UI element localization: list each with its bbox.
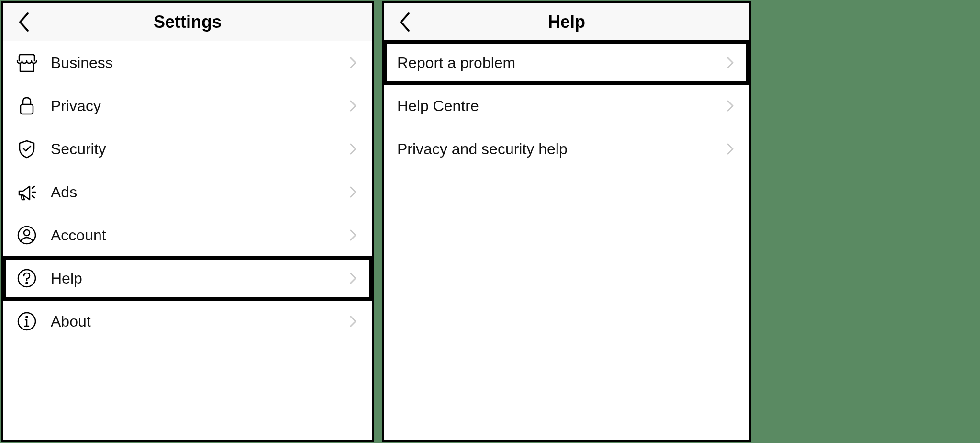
help-header: Help	[384, 3, 749, 41]
svg-point-5	[24, 230, 30, 236]
settings-item-ads[interactable]: Ads	[3, 170, 372, 214]
shield-check-icon	[16, 138, 37, 159]
settings-item-label: Security	[51, 140, 347, 158]
settings-item-security[interactable]: Security	[3, 127, 372, 170]
help-list: Report a problem Help Centre Privacy and…	[384, 41, 749, 440]
page-title: Help	[384, 12, 749, 32]
chevron-right-icon	[724, 100, 736, 112]
megaphone-icon	[16, 182, 37, 203]
help-panel: Help Report a problem Help Centre Privac…	[382, 1, 751, 442]
info-circle-icon	[16, 311, 37, 332]
settings-list: Business Privacy	[3, 41, 372, 440]
settings-item-label: Ads	[51, 183, 347, 201]
svg-point-7	[26, 283, 28, 284]
settings-item-label: About	[51, 313, 347, 330]
chevron-right-icon	[347, 143, 359, 155]
settings-item-business[interactable]: Business	[3, 41, 372, 84]
chevron-right-icon	[347, 57, 359, 68]
chevron-right-icon	[347, 229, 359, 241]
svg-point-9	[26, 317, 28, 318]
back-button[interactable]	[14, 12, 33, 32]
settings-item-help[interactable]: Help	[3, 257, 372, 300]
settings-item-label: Help	[51, 270, 347, 287]
svg-rect-0	[21, 104, 33, 114]
back-button[interactable]	[395, 12, 414, 32]
account-circle-icon	[16, 225, 37, 246]
chevron-right-icon	[347, 100, 359, 112]
chevron-right-icon	[724, 57, 736, 68]
settings-item-label: Privacy	[51, 97, 347, 115]
settings-item-label: Account	[51, 227, 347, 244]
help-item-help-centre[interactable]: Help Centre	[384, 84, 749, 127]
settings-panel: Settings Business Priva	[1, 1, 374, 442]
settings-item-account[interactable]: Account	[3, 214, 372, 257]
help-item-label: Help Centre	[397, 97, 724, 115]
help-item-privacy-security[interactable]: Privacy and security help	[384, 127, 749, 170]
chevron-right-icon	[347, 273, 359, 284]
help-circle-icon	[16, 268, 37, 289]
page-title: Settings	[3, 12, 372, 32]
help-item-label: Privacy and security help	[397, 140, 724, 158]
settings-item-about[interactable]: About	[3, 300, 372, 343]
chevron-right-icon	[347, 186, 359, 198]
help-item-report-problem[interactable]: Report a problem	[384, 41, 749, 84]
chevron-left-icon	[398, 11, 412, 33]
chevron-right-icon	[724, 143, 736, 155]
settings-item-privacy[interactable]: Privacy	[3, 84, 372, 127]
panel-divider	[374, 0, 382, 443]
chevron-left-icon	[17, 11, 31, 33]
chevron-right-icon	[347, 316, 359, 327]
svg-line-3	[32, 196, 34, 198]
help-item-label: Report a problem	[397, 54, 724, 72]
storefront-icon	[16, 52, 37, 73]
lock-icon	[16, 95, 37, 116]
settings-header: Settings	[3, 3, 372, 41]
svg-line-1	[32, 186, 34, 188]
settings-item-label: Business	[51, 54, 347, 72]
